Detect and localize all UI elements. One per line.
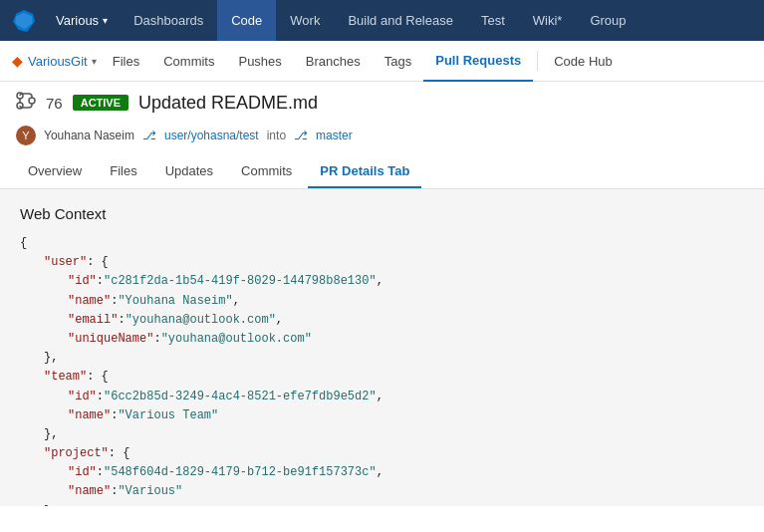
top-nav-brand[interactable]: Various ▾ <box>48 0 120 41</box>
svg-point-2 <box>29 98 35 104</box>
repo-nav-commits[interactable]: Commits <box>151 41 226 82</box>
tab-commits[interactable]: Commits <box>229 155 304 188</box>
pr-number: 76 <box>46 95 63 112</box>
pr-meta: Y Youhana Naseim ⎇ user/yohasna/test int… <box>16 122 748 155</box>
pr-tabs: Overview Files Updates Commits PR Detail… <box>0 155 764 189</box>
nav-item-wiki[interactable]: Wiki* <box>519 0 577 41</box>
pr-target-branch-icon: ⎇ <box>294 129 308 142</box>
nav-item-dashboards[interactable]: Dashboards <box>120 0 217 41</box>
repo-nav: ◆ VariousGit ▾ Files Commits Pushes Bran… <box>0 41 764 82</box>
pr-title: Updated README.md <box>138 93 318 114</box>
pr-header: 76 ACTIVE Updated README.md Y Youhana Na… <box>0 82 764 155</box>
tab-pr-details[interactable]: PR Details Tab <box>308 155 421 188</box>
repo-nav-pull-requests[interactable]: Pull Requests <box>423 41 533 82</box>
nav-item-code[interactable]: Code <box>217 0 276 41</box>
pr-source-path: user/yohasna/test <box>164 129 259 142</box>
pr-merge-icon <box>16 92 36 114</box>
top-nav-logo[interactable] <box>0 0 48 41</box>
repo-nav-code-hub[interactable]: Code Hub <box>542 41 625 82</box>
nav-item-work[interactable]: Work <box>276 0 334 41</box>
chevron-down-icon: ▾ <box>103 15 108 26</box>
pr-author: Youhana Naseim <box>44 129 134 142</box>
repo-nav-branches[interactable]: Branches <box>294 41 373 82</box>
pr-branch-icon: ⎇ <box>142 129 156 142</box>
tab-updates[interactable]: Updates <box>153 155 225 188</box>
pr-into-text: into <box>267 129 286 142</box>
nav-item-group[interactable]: Group <box>576 0 639 41</box>
repo-nav-tags[interactable]: Tags <box>373 41 423 82</box>
repo-nav-files[interactable]: Files <box>101 41 151 82</box>
pr-title-row: 76 ACTIVE Updated README.md <box>16 92 748 114</box>
top-nav: Various ▾ Dashboards Code Work Build and… <box>0 0 764 41</box>
repo-nav-divider <box>537 51 538 71</box>
nav-item-test[interactable]: Test <box>467 0 519 41</box>
pr-target-branch: master <box>316 129 353 142</box>
tab-overview[interactable]: Overview <box>16 155 94 188</box>
avatar: Y <box>16 126 36 145</box>
content-area: Web Context { "user": { "id": "c281f2da-… <box>0 189 764 506</box>
repo-name-label: VariousGit <box>28 54 88 69</box>
repo-nav-items: Files Commits Pushes Branches Tags Pull … <box>101 41 752 82</box>
code-block: { "user": { "id": "c281f2da-1b54-419f-80… <box>20 234 744 506</box>
repo-name[interactable]: ◆ VariousGit ▾ <box>12 53 97 69</box>
repo-nav-pushes[interactable]: Pushes <box>226 41 293 82</box>
top-nav-items: Dashboards Code Work Build and Release T… <box>120 0 764 41</box>
chevron-down-icon: ▾ <box>92 56 97 67</box>
repo-diamond-icon: ◆ <box>12 53 23 69</box>
nav-item-build-release[interactable]: Build and Release <box>334 0 467 41</box>
tab-files[interactable]: Files <box>98 155 148 188</box>
section-title: Web Context <box>20 205 744 222</box>
pr-active-badge: ACTIVE <box>73 95 128 111</box>
